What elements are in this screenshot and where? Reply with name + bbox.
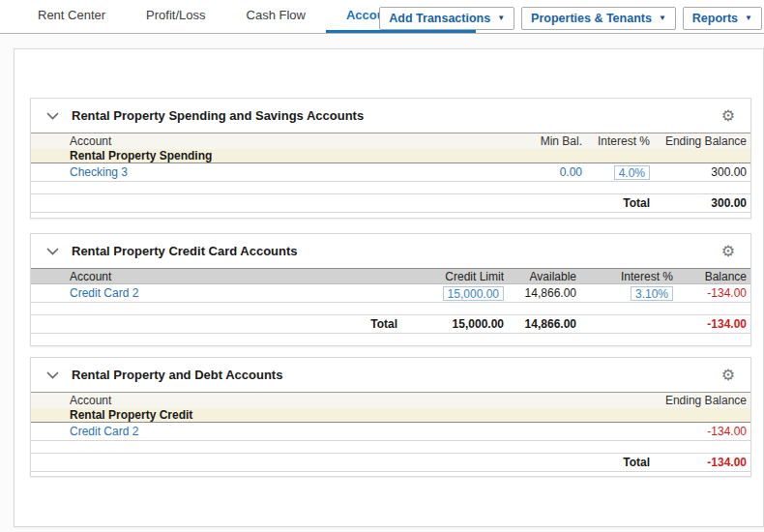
panel-title: Rental Property and Debt Accounts: [72, 368, 282, 382]
balance-value: -134.00: [673, 286, 747, 300]
panel-title: Rental Property Spending and Savings Acc…: [72, 108, 364, 123]
empty-row: [31, 303, 750, 315]
group-label: Rental Property Credit: [70, 408, 747, 422]
account-link[interactable]: Credit Card 2: [70, 425, 640, 438]
group-row-rental-property-credit: Rental Property Credit: [31, 408, 750, 423]
tab-profit-loss[interactable]: Profit/Loss: [126, 0, 225, 33]
column-ending-balance: Ending Balance: [650, 134, 747, 148]
chevron-down-icon: ▼: [497, 15, 505, 22]
top-tab-bar: Rent Center Profit/Loss Cash Flow Accoun…: [0, 0, 764, 34]
table-header-row: Account Min Bal. Interest % Ending Balan…: [31, 133, 750, 149]
account-overview-content: Rental Property Spending and Savings Acc…: [14, 48, 764, 527]
panel-header: Rental Property Spending and Savings Acc…: [31, 99, 750, 133]
collapse-chevron-icon[interactable]: [46, 112, 59, 120]
min-bal-value: 0.00: [514, 165, 582, 179]
table-row-checking-3: Checking 3 0.00 4.0% 300.00: [31, 163, 750, 182]
total-value: 300.00: [650, 196, 747, 210]
toolbar-menus: Add Transactions ▼ Properties & Tenants …: [379, 7, 762, 30]
available-value: 14,866.00: [504, 286, 576, 300]
gear-icon[interactable]: ⚙: [721, 368, 735, 383]
column-min-bal: Min Bal.: [514, 134, 582, 148]
column-ending-balance: Ending Balance: [640, 394, 747, 407]
interest-rate-field[interactable]: 4.0%: [614, 165, 650, 180]
ending-balance-value: 300.00: [650, 165, 747, 179]
ending-balance-value: -134.00: [640, 425, 747, 438]
column-credit-limit: Credit Limit: [397, 270, 504, 283]
interest-rate-field[interactable]: 3.10%: [631, 286, 673, 301]
gear-icon[interactable]: ⚙: [721, 244, 735, 259]
tab-rent-center[interactable]: Rent Center: [17, 0, 126, 33]
total-row: Total 300.00: [31, 194, 750, 213]
total-value: -134.00: [650, 456, 747, 469]
chevron-down-icon: ▼: [659, 15, 666, 22]
account-link[interactable]: Checking 3: [70, 165, 514, 179]
collapse-chevron-icon[interactable]: [46, 371, 59, 379]
column-available: Available: [504, 270, 576, 283]
add-transactions-label: Add Transactions: [389, 12, 490, 25]
total-row: Total 15,000.00 14,866.00 -134.00: [31, 315, 750, 334]
empty-row: [31, 182, 750, 194]
collapse-chevron-icon[interactable]: [46, 248, 59, 255]
properties-tenants-button[interactable]: Properties & Tenants ▼: [521, 7, 676, 30]
column-account: Account: [70, 134, 514, 148]
panel-header: Rental Property Credit Card Accounts ⚙: [31, 234, 750, 268]
reports-button[interactable]: Reports ▼: [683, 7, 762, 30]
gear-icon[interactable]: ⚙: [721, 108, 735, 124]
table-row-credit-card-2: Credit Card 2 15,000.00 14,866.00 3.10% …: [31, 284, 750, 303]
chevron-down-icon: ▼: [745, 15, 752, 22]
total-available: 14,866.00: [504, 317, 576, 331]
tab-cash-flow[interactable]: Cash Flow: [226, 0, 326, 33]
empty-row: [31, 441, 750, 454]
table-row-credit-card-2: Credit Card 2 -134.00: [31, 423, 750, 441]
total-label: Total: [70, 196, 650, 210]
column-interest: Interest %: [582, 134, 650, 148]
total-credit-limit: 15,000.00: [397, 317, 504, 331]
panel-debt-accounts: Rental Property and Debt Accounts ⚙ Acco…: [30, 357, 751, 477]
properties-tenants-label: Properties & Tenants: [531, 12, 652, 25]
table-header-row: Account Ending Balance: [31, 392, 750, 408]
total-row: Total -134.00: [31, 454, 750, 472]
total-balance: -134.00: [673, 317, 747, 331]
table-header-row: Account Credit Limit Available Interest …: [31, 268, 750, 284]
group-row-rental-property-spending: Rental Property Spending: [31, 149, 750, 163]
add-transactions-button[interactable]: Add Transactions ▼: [379, 7, 514, 30]
column-interest: Interest %: [576, 270, 673, 283]
total-label: Total: [70, 317, 397, 331]
account-link[interactable]: Credit Card 2: [70, 286, 397, 300]
column-account: Account: [70, 270, 397, 283]
column-balance: Balance: [673, 270, 747, 283]
credit-limit-field[interactable]: 15,000.00: [443, 286, 504, 301]
panel-spending-savings-accounts: Rental Property Spending and Savings Acc…: [30, 98, 751, 219]
panel-title: Rental Property Credit Card Accounts: [72, 244, 298, 258]
panel-credit-card-accounts: Rental Property Credit Card Accounts ⚙ A…: [30, 233, 751, 346]
reports-label: Reports: [692, 12, 738, 25]
panel-header: Rental Property and Debt Accounts ⚙: [31, 358, 750, 392]
column-account: Account: [70, 394, 640, 407]
total-label: Total: [70, 456, 650, 469]
group-label: Rental Property Spending: [70, 149, 747, 163]
